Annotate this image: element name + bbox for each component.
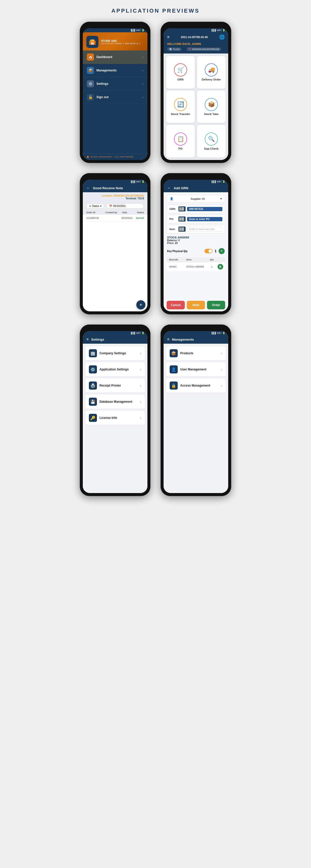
grn-list-title: Good Receive Note [93, 186, 144, 190]
item-placeholder[interactable]: Enter or scan barcode... [187, 227, 222, 231]
database-label: Database Management [99, 400, 137, 403]
settings-icon: ⚙️ [87, 80, 94, 87]
phone-2-screen: ▐▐▐ WiFi 🔋 ≡ 2021-10-05T08:45:46 🌐 WELCO… [163, 28, 228, 160]
menu-item-settings[interactable]: ⚙️ Settings › [83, 77, 148, 91]
grn-order-id: 2110056740 [86, 217, 103, 219]
item-qty-val: 1 [208, 266, 216, 268]
wifi-icon-4: WiFi [217, 180, 221, 183]
qty-label: Key Physical Qty [167, 250, 203, 253]
settings-company[interactable]: 🏢 Company Settings › [85, 346, 145, 360]
arrow-icon-1: › [142, 68, 144, 72]
store-info: STORE ABC 123 TON DUC THANG, P. BEN NGHE… [101, 39, 141, 45]
grn-location: Location: 031HCM COLDSTORAGE [101, 194, 144, 197]
settings-title: Settings [91, 338, 104, 341]
back-arrow-icon[interactable]: ← [86, 186, 90, 190]
settings-hamburger-icon[interactable]: ≡ [86, 337, 89, 342]
hamburger-icon[interactable]: ≡ [167, 35, 169, 39]
supplier-select[interactable]: 👤 Supplier 19 ▾ [166, 195, 225, 203]
wifi-icon: WiFi [136, 29, 141, 32]
fab-add-button[interactable]: + [136, 300, 146, 309]
col-qty: Qty [208, 258, 216, 261]
order-button[interactable]: Order [207, 301, 225, 309]
phone-4-notch [186, 176, 206, 179]
stk-card-icon: 📦 [205, 98, 218, 111]
license-arrow-icon: › [140, 416, 142, 420]
settings-database[interactable]: 💾 Database Management › [85, 395, 145, 409]
settings-license[interactable]: 🔑 License Info › [85, 411, 145, 425]
status-filter-icon: ⊙ [89, 205, 91, 208]
calendar-icon: 📅 [109, 205, 112, 208]
col-barcode: Barcode [169, 258, 184, 261]
license-icon: 🔑 [89, 414, 97, 422]
po-barcode-icon [179, 217, 186, 221]
addgrn-back-icon[interactable]: ← [167, 186, 171, 190]
status-filter[interactable]: ⊙ Status ▾ [86, 204, 104, 209]
globe-icon[interactable]: 🌐 [219, 34, 225, 40]
grn-value[interactable]: 0987457533 [187, 207, 222, 211]
database-arrow-icon: › [140, 400, 142, 404]
database-icon: 💾 [89, 398, 97, 406]
item-label: Item: [169, 228, 177, 230]
battery-icon-3: 🔋 [142, 180, 145, 183]
arrow-icon-3: › [142, 95, 144, 99]
po-value[interactable]: Scan or enter PO [187, 217, 222, 221]
item-barcode-val: 000001 [169, 266, 184, 268]
svg-rect-2 [91, 42, 92, 45]
mgmt-title: Managements [172, 338, 194, 341]
store-name: STORE ABC [101, 39, 141, 42]
supplier-name: Supplier 19 [191, 197, 205, 200]
menu-item-dashboard[interactable]: 🏠 Dashboard › [83, 51, 148, 64]
grn-table-header: Order ID Created by Date Status [83, 210, 148, 215]
settings-printer[interactable]: 🖨️ Receipt Printer › [85, 378, 145, 393]
mgmt-hamburger-icon[interactable]: ≡ [167, 337, 169, 342]
battery-icon-5: 🔋 [142, 332, 145, 334]
grn-field-row: GRN: 0987457533 [166, 205, 225, 213]
battery-icon-4: 🔋 [222, 180, 225, 183]
printer-arrow-icon: › [140, 383, 142, 388]
qty-toggle[interactable] [205, 249, 213, 253]
phone-4-screen: ▐▐▐ WiFi 🔋 ← Add GRN 👤 Supplier 19 ▾ GRN… [163, 180, 228, 311]
item-barcode-icon [179, 226, 186, 231]
items-table: Barcode Desc Qty 000001 STOCK-A000059 1 … [166, 257, 225, 271]
phone-5-screen: ▐▐▐ WiFi 🔋 ≡ Settings 🏢 Company Settings… [83, 331, 148, 493]
stock-price: Price: 20 [167, 242, 225, 245]
settings-application[interactable]: ⚙️ Application Settings › [85, 362, 145, 376]
do-card-label: Delivery Order [202, 78, 221, 81]
col-status: Status [137, 211, 144, 214]
menu-item-managements[interactable]: 📦 Managements › [83, 64, 148, 77]
footer-text: STOCK MANAGER – TLS SOFTWARE [90, 156, 133, 158]
page-title: APPLICATION PREVIEWS [111, 7, 200, 14]
card-stock-take[interactable]: 📦 Stock Take [197, 91, 226, 123]
card-grn[interactable]: 🛒 GRN [166, 56, 195, 89]
card-delivery-order[interactable]: 🚚 Delivery Order [197, 56, 226, 89]
delete-item-button[interactable]: 🗑 [218, 264, 223, 270]
card-stock-transfer[interactable]: 🔄 Stock Transfer [166, 91, 195, 123]
menu-footer: STOCK MANAGER – TLS SOFTWARE [83, 153, 148, 160]
mgmt-products[interactable]: 📦 Products › [166, 346, 226, 360]
date-filter[interactable]: 📅 05/10/2021 [106, 204, 144, 209]
phone-4-add-grn: ▐▐▐ WiFi 🔋 ← Add GRN 👤 Supplier 19 ▾ GRN… [160, 173, 231, 314]
mgmt-user-management[interactable]: 👤 User Management › [166, 362, 226, 376]
version-text: T1.0.9 [173, 48, 180, 51]
hold-button[interactable]: Hold [187, 301, 205, 309]
phone-1-menu: ▐▐▐ WiFi 🔋 STORE ABC 123 TON DUC THANG, … [80, 22, 151, 163]
grn-row-0[interactable]: 2110056740 05/10/2021 Synced [86, 215, 144, 221]
mgmt-access-management[interactable]: 🔒 Access Management › [166, 378, 226, 393]
stock-code: STOCK-A000059 [167, 236, 225, 239]
cancel-button[interactable]: Cancel [166, 301, 185, 309]
qty-plus-button[interactable]: + [219, 248, 225, 254]
card-po[interactable]: 📋 PO [166, 125, 195, 157]
company-icon: 🏢 [89, 349, 97, 357]
company-arrow-icon: › [140, 351, 142, 355]
menu-item-signout[interactable]: 🔓 Sign out › [83, 91, 148, 104]
mgmt-list: 📦 Products › 👤 User Management › 🔒 Acces… [163, 344, 228, 421]
location-badge: 📍 031HCM.COLDSTORAGE [187, 48, 221, 51]
phone-2-notch [186, 25, 206, 27]
phone-1-screen: ▐▐▐ WiFi 🔋 STORE ABC 123 TON DUC THANG, … [83, 28, 148, 160]
signal-icon-2: ▐▐▐ [211, 29, 216, 32]
status-filter-label: Status [92, 205, 99, 208]
phone-6-notch [186, 328, 206, 330]
status-bar-5: ▐▐▐ WiFi 🔋 [83, 331, 148, 335]
status-bar-3: ▐▐▐ WiFi 🔋 [83, 180, 148, 184]
card-gap-check[interactable]: 🔍 Gap Check [197, 125, 226, 157]
